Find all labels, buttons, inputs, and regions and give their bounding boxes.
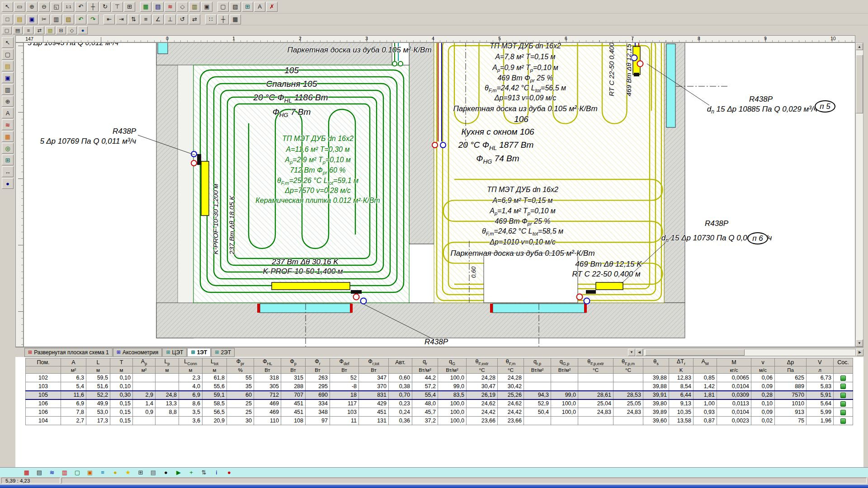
- undo[interactable]: ↶: [75, 14, 86, 24]
- zoom-100[interactable]: 1:1: [63, 2, 74, 12]
- sheet-manager[interactable]: ▣: [201, 2, 212, 12]
- tab-cet[interactable]: ⊞ЦЭТ: [162, 348, 187, 357]
- zoom-previous[interactable]: ↶: [75, 2, 86, 12]
- pan-tool[interactable]: ┼: [87, 2, 99, 12]
- table-row-room-105[interactable]: 10511,652,20,302,924,86,959,160712707690…: [26, 391, 853, 399]
- horizontal-scroll-thumb[interactable]: [645, 349, 745, 356]
- zoom-window[interactable]: ▭: [14, 2, 25, 12]
- annotation-tool[interactable]: A: [254, 2, 265, 12]
- heaters-results[interactable]: ▣: [85, 469, 95, 477]
- mini-diamond[interactable]: ◇: [67, 26, 77, 34]
- align-right[interactable]: ⇥: [116, 14, 127, 24]
- zoom-out[interactable]: ⊖: [38, 2, 50, 12]
- sort[interactable]: ⇅: [199, 469, 209, 477]
- perpendicular[interactable]: ⊥: [165, 14, 176, 24]
- print-drawing[interactable]: ▥: [2, 84, 14, 95]
- window-list[interactable]: ⊞: [136, 469, 146, 477]
- state-icon[interactable]: [840, 401, 846, 407]
- tab-1et[interactable]: ⊞1ЭТ: [187, 348, 211, 357]
- tab-axonometry[interactable]: ⊞Аксонометрия: [113, 348, 162, 357]
- redraw[interactable]: ↻: [99, 2, 111, 12]
- dimension-tool[interactable]: ↔: [2, 166, 14, 177]
- info-tool[interactable]: ●: [2, 178, 14, 189]
- drawing-canvas[interactable]: 5 Δр 10943 Па Q 0,012 м³/чПаркетная доск…: [24, 42, 855, 347]
- results-table[interactable]: Пом.ALTApLpLConnLtotФprФHLФpФrФdefФr,tot…: [25, 358, 853, 425]
- doc[interactable]: ▤: [148, 469, 158, 477]
- stop[interactable]: ●: [224, 469, 234, 477]
- open-file[interactable]: ▤: [14, 14, 25, 24]
- state-icon[interactable]: [840, 410, 846, 415]
- diagram-view[interactable]: ▤: [152, 2, 164, 12]
- pipe-tool[interactable]: ≋: [2, 119, 14, 130]
- graph-blue[interactable]: ≋: [47, 469, 57, 477]
- mini-list[interactable]: ≡: [24, 26, 33, 34]
- scroll-left-button[interactable]: ◀: [636, 349, 643, 356]
- paste[interactable]: ▧: [63, 14, 74, 24]
- scroll-down-button[interactable]: ▼: [856, 339, 863, 347]
- table-row-room-102[interactable]: 1026,359,50,102,361,855318315263523470,6…: [26, 374, 853, 382]
- crosshair[interactable]: ┼: [217, 14, 229, 24]
- state-icon[interactable]: [840, 418, 846, 424]
- bulb[interactable]: ●: [110, 469, 120, 477]
- select-tool[interactable]: ↖: [2, 2, 13, 12]
- table-row-room-106[interactable]: 1067,853,00,150,98,83,556,52546945134810…: [26, 408, 853, 417]
- delete-element[interactable]: ✗: [266, 2, 278, 12]
- data-table-view[interactable]: ▦: [140, 2, 151, 12]
- mini-hatch[interactable]: ▧: [45, 26, 55, 34]
- state-icon[interactable]: [840, 384, 846, 389]
- align-vertical[interactable]: ⇅: [128, 14, 139, 24]
- save-drawing[interactable]: ▣: [2, 72, 14, 83]
- cut[interactable]: ✂: [38, 14, 50, 24]
- insert-module[interactable]: ⊞: [242, 2, 253, 12]
- table-row-room-106[interactable]: 1066,949,90,151,413,38,658,5254694513341…: [26, 399, 853, 408]
- tab-list-dropdown[interactable]: ▼: [628, 349, 635, 356]
- gallery[interactable]: ▤: [2, 61, 14, 71]
- new-drawing[interactable]: ▢: [2, 49, 14, 60]
- new-file[interactable]: □: [2, 14, 13, 24]
- pointer-tool[interactable]: ↖: [2, 37, 14, 48]
- state-icon[interactable]: [840, 375, 846, 381]
- hatch-toggle[interactable]: ▦: [230, 14, 241, 24]
- tab-2et[interactable]: ⊞2ЭТ: [211, 348, 235, 357]
- rotate-left[interactable]: ↺: [177, 14, 188, 24]
- flip[interactable]: ⇄: [189, 14, 200, 24]
- pipes-results[interactable]: ≡: [98, 469, 108, 477]
- scroll-right-button[interactable]: ▶: [856, 349, 863, 356]
- pipes-view[interactable]: ≋: [165, 2, 176, 12]
- zoom-extents[interactable]: ◱: [51, 2, 62, 12]
- ruler-toggle[interactable]: ⊤: [112, 2, 123, 12]
- scroll-up-button[interactable]: ▲: [856, 43, 863, 50]
- align-left[interactable]: ⇤: [104, 14, 115, 24]
- results-general[interactable]: ▦: [22, 469, 32, 477]
- snap-grid[interactable]: ∷: [205, 14, 217, 24]
- mini-remove[interactable]: ⊟: [56, 26, 66, 34]
- rooms-results[interactable]: ▢: [72, 469, 82, 477]
- distribute[interactable]: ≡: [140, 14, 151, 24]
- mini-dot[interactable]: ●: [78, 26, 88, 34]
- table-row-room-104[interactable]: 1042,717,30,153,620,93011010897111310,36…: [26, 417, 853, 425]
- room-tool[interactable]: ⊞: [2, 155, 14, 165]
- state-icon[interactable]: [840, 393, 846, 398]
- text-tool[interactable]: A: [2, 108, 14, 118]
- graph-red[interactable]: ▥: [60, 469, 70, 477]
- vertical-scroll-track[interactable]: [856, 50, 863, 339]
- vertical-scrollbar[interactable]: ▲ ▼: [855, 42, 863, 347]
- horizontal-scroll-track[interactable]: [643, 349, 856, 356]
- axonometry-view[interactable]: ◇: [177, 2, 188, 12]
- sun[interactable]: ★: [123, 469, 133, 477]
- sheet-properties[interactable]: ▧: [230, 2, 241, 12]
- vertical-scroll-thumb[interactable]: [856, 55, 863, 113]
- tab-flat-scheme[interactable]: ⊞Развернутая плоская схема 1: [24, 348, 113, 357]
- save-file[interactable]: ▣: [26, 14, 38, 24]
- rotate-angle[interactable]: ∠: [152, 14, 164, 24]
- mini-new[interactable]: ▢: [2, 26, 12, 34]
- table-row-room-103[interactable]: 1035,451,60,104,055,635305288295-83700,3…: [26, 382, 853, 391]
- redo[interactable]: ↷: [87, 14, 99, 24]
- valve-tool[interactable]: ◎: [2, 143, 14, 154]
- info[interactable]: i: [212, 469, 222, 477]
- start-calculation[interactable]: ▶: [174, 469, 184, 477]
- mini-table[interactable]: ▤: [13, 26, 23, 34]
- magnifier[interactable]: ⊕: [2, 96, 14, 107]
- sheet-list[interactable]: ▤: [34, 469, 44, 477]
- mini-swap[interactable]: ⇄: [34, 26, 44, 34]
